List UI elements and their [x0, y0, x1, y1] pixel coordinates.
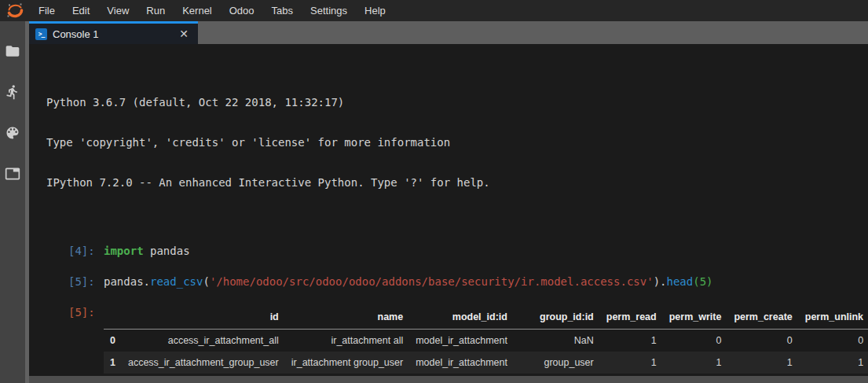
column-header: perm_unlink [799, 306, 868, 330]
menu-odoo[interactable]: Odoo [221, 0, 263, 21]
jupyterlab-window: File Edit View Run Kernel Odoo Tabs Sett… [0, 0, 868, 383]
banner-line: IPython 7.2.0 -- An enhanced Interactive… [46, 176, 868, 190]
banner-line: Python 3.6.7 (default, Oct 22 2018, 11:3… [46, 96, 868, 109]
code-cell-5[interactable]: [5]: pandas.read_csv('/home/odoo/src/odo… [68, 275, 868, 289]
folder-icon [5, 43, 20, 59]
console-panel: Python 3.6.7 (default, Oct 22 2018, 11:3… [29, 44, 868, 376]
dataframe-table: id name model_id:id group_id:id perm_rea… [104, 306, 868, 376]
column-header: model_id:id [409, 306, 514, 330]
console-icon: >_ [35, 28, 47, 40]
tab-console-1[interactable]: >_ Console 1 ✕ [29, 21, 198, 44]
odoo-sh-logo [0, 2, 30, 20]
tab-bar: >_ Console 1 ✕ [29, 21, 868, 44]
menu-tabs[interactable]: Tabs [263, 0, 302, 21]
column-header: perm_create [727, 306, 798, 330]
cell: group_user [514, 352, 600, 374]
column-header: group_id:id [514, 306, 600, 330]
code-cell-4[interactable]: [4]: import pandas [68, 245, 868, 258]
menu-edit[interactable]: Edit [64, 0, 98, 21]
column-header: perm_write [663, 306, 728, 330]
cell: 0 [663, 330, 728, 352]
menu-items: File Edit View Run Kernel Odoo Tabs Sett… [30, 0, 394, 21]
menu-kernel[interactable]: Kernel [174, 0, 221, 21]
index-header [104, 306, 122, 330]
close-icon[interactable]: ✕ [176, 28, 192, 40]
menu-view[interactable]: View [98, 0, 137, 21]
menu-file[interactable]: File [30, 0, 64, 21]
output-prompt: [5]: [68, 306, 97, 376]
input-prompt: [5]: [68, 275, 97, 289]
cell: model_ir_attachment [409, 352, 514, 374]
code-line: import pandas [104, 245, 190, 258]
cell: 1 [727, 352, 798, 374]
cell: 1 [600, 330, 663, 352]
tab-label: Console 1 [53, 28, 170, 40]
table-row: 1 access_ir_attachment_group_user ir_att… [104, 352, 868, 374]
row-index: 1 [104, 352, 122, 374]
table-row: 0 access_ir_attachment_all ir_attachment… [104, 330, 868, 352]
menu-help[interactable]: Help [356, 0, 394, 21]
menu-bar: File Edit View Run Kernel Odoo Tabs Sett… [0, 0, 868, 21]
bottom-status-bar [29, 376, 868, 383]
tabs-icon [5, 166, 20, 182]
running-sessions-button[interactable] [0, 72, 25, 112]
cell: access_ir_attachment_all [122, 330, 285, 352]
running-man-icon [5, 84, 20, 100]
cell: 0 [799, 330, 868, 352]
open-tabs-button[interactable] [0, 153, 25, 194]
cell: access_ir_attachment_group_user [122, 352, 285, 374]
menu-run[interactable]: Run [137, 0, 174, 21]
cell: model_ir_attachment [409, 330, 514, 352]
column-header: perm_read [600, 306, 663, 330]
banner-line: Type 'copyright', 'credits' or 'license'… [46, 136, 868, 149]
output-cell-5: [5]: id name model_id:id group_id:id per… [68, 306, 868, 376]
commands-button[interactable] [0, 112, 25, 153]
code-line: pandas.read_csv('/home/odoo/src/odoo/odo… [104, 275, 713, 289]
table-header-row: id name model_id:id group_id:id perm_rea… [104, 306, 868, 330]
palette-icon [5, 125, 20, 141]
column-header: name [285, 306, 409, 330]
column-header: id [122, 306, 285, 330]
menu-settings[interactable]: Settings [302, 0, 356, 21]
cell: 1 [663, 352, 728, 374]
cell: 1 [600, 352, 663, 374]
cell: 1 [799, 352, 868, 374]
file-browser-button[interactable] [0, 31, 25, 72]
row-index: 0 [104, 330, 122, 352]
cell: NaN [514, 330, 600, 352]
input-prompt: [4]: [68, 245, 97, 258]
cell: 0 [727, 330, 798, 352]
cell: ir_attachment all [285, 330, 409, 352]
kernel-banner: Python 3.6.7 (default, Oct 22 2018, 11:3… [46, 69, 868, 216]
left-sidebar [0, 21, 25, 383]
cell: ir_attachment group_user [285, 352, 409, 374]
odoo-sh-logo-icon [5, 2, 24, 20]
